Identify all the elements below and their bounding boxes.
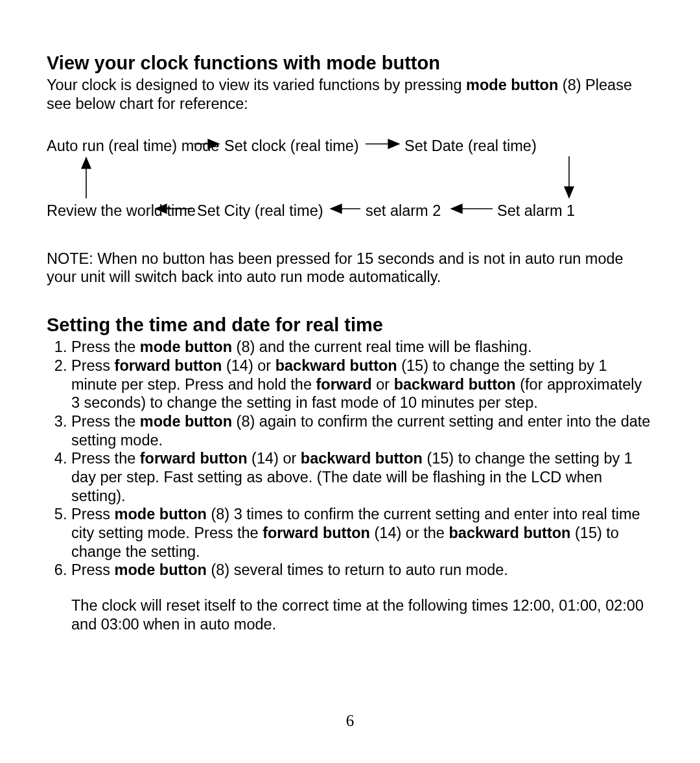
bold-term: mode button [115, 561, 207, 578]
bold-term: forward button [115, 357, 222, 374]
bold-term: forward button [262, 524, 370, 541]
bold-term: backward button [449, 524, 570, 541]
bold-term: forward [316, 376, 372, 393]
intro-bold: mode button [466, 76, 558, 93]
section1-intro: Your clock is designed to view its varie… [47, 76, 653, 113]
node-set-date: Set Date (real time) [404, 137, 537, 156]
note-text: NOTE: When no button has been pressed fo… [47, 250, 653, 287]
bold-term: forward button [140, 450, 248, 467]
setting-steps: Press the mode button (8) and the curren… [47, 338, 653, 580]
node-set-city: Set City (real time) [197, 202, 323, 220]
bold-term: mode button [140, 413, 232, 430]
section2-heading: Setting the time and date for real time [47, 314, 653, 336]
node-review-world: Review the world time [47, 202, 196, 220]
step-item: Press forward button (14) or backward bu… [71, 357, 653, 412]
bold-term: backward button [301, 450, 423, 467]
node-set-alarm2: set alarm 2 [366, 202, 441, 220]
step-item: Press the forward button (14) or backwar… [71, 449, 653, 505]
node-set-clock: Set clock (real time) [224, 137, 359, 156]
bold-term: mode button [140, 338, 232, 355]
manual-page: View your clock functions with mode butt… [0, 0, 700, 731]
closing-text: The clock will reset itself to the corre… [71, 596, 653, 633]
step-item: Press mode button (8) 3 times to confirm… [71, 505, 653, 561]
intro-text-1: Your clock is designed to view its varie… [47, 76, 466, 93]
node-auto-run: Auto run (real time) mode [47, 137, 219, 156]
bold-term: mode button [115, 506, 207, 522]
step-item: Press mode button (8) several times to r… [71, 561, 653, 580]
step-item: Press the mode button (8) and the curren… [71, 338, 653, 357]
page-number: 6 [47, 711, 653, 731]
bold-term: backward button [394, 376, 516, 393]
bold-term: backward button [275, 357, 397, 374]
node-set-alarm1: Set alarm 1 [497, 202, 575, 220]
mode-flow-diagram: Auto run (real time) mode Set clock (rea… [47, 137, 653, 226]
step-item: Press the mode button (8) again to confi… [71, 412, 653, 449]
section1-heading: View your clock functions with mode butt… [47, 52, 653, 75]
